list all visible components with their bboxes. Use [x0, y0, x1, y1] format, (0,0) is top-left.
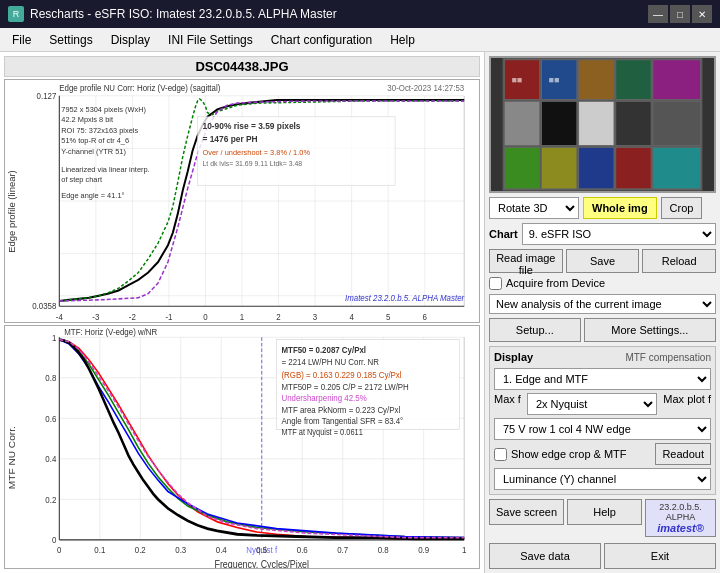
- chart-label: Chart: [489, 228, 518, 240]
- image-buttons-row: Read image file Save Reload: [489, 249, 716, 273]
- more-settings-button[interactable]: More Settings...: [584, 318, 716, 342]
- save-screen-button[interactable]: Save screen: [489, 499, 564, 525]
- minimize-button[interactable]: —: [648, 5, 668, 23]
- svg-rect-112: [653, 101, 701, 145]
- readout-button[interactable]: Readout: [655, 443, 711, 465]
- svg-text:MTF: Horiz (V-edge) w/NR: MTF: Horiz (V-edge) w/NR: [64, 327, 157, 338]
- read-image-button[interactable]: Read image file: [489, 249, 563, 273]
- svg-text:■■: ■■: [549, 75, 560, 85]
- svg-text:Angle from Tangential SFR = 83: Angle from Tangential SFR = 83.4°: [282, 415, 404, 426]
- rotate-select[interactable]: Rotate 3D: [489, 197, 579, 219]
- svg-text:51% top-R of ctr 4_6: 51% top-R of ctr 4_6: [61, 136, 129, 145]
- svg-text:MTF area PkNorm = 0.223 Cy/Pxl: MTF area PkNorm = 0.223 Cy/Pxl: [282, 404, 401, 415]
- svg-text:MTF50 = 0.2087 Cy/Pxl: MTF50 = 0.2087 Cy/Pxl: [282, 345, 367, 356]
- svg-rect-111: [616, 101, 651, 145]
- svg-text:Lt dk lvls= 31.69  9.11  Ltdk=: Lt dk lvls= 31.69 9.11 Ltdk= 3.48: [203, 160, 303, 168]
- title-bar: R Rescharts - eSFR ISO: Imatest 23.2.0.b…: [0, 0, 720, 28]
- svg-text:MTF at Nyquist = 0.0611: MTF at Nyquist = 0.0611: [282, 428, 364, 438]
- whole-img-button[interactable]: Whole img: [583, 197, 657, 219]
- svg-text:Y-channel (YTR 51): Y-channel (YTR 51): [61, 146, 126, 155]
- svg-text:0: 0: [203, 313, 208, 322]
- svg-text:ROI 75: 372x163 pixels: ROI 75: 372x163 pixels: [61, 125, 138, 134]
- acquire-row: Acquire from Device: [489, 277, 716, 290]
- display-header: Display MTF compensation: [494, 351, 711, 363]
- svg-text:3: 3: [313, 313, 318, 322]
- version-panel: 23.2.0.b.5. ALPHA imatest®: [645, 499, 716, 537]
- acquire-checkbox[interactable]: [489, 277, 502, 290]
- chart-select[interactable]: 9. eSFR ISO: [522, 223, 716, 245]
- menu-settings[interactable]: Settings: [41, 31, 100, 49]
- save-data-button[interactable]: Save data: [489, 543, 601, 569]
- svg-text:0: 0: [57, 545, 62, 556]
- lower-chart[interactable]: MTF NU Corr.: [4, 325, 480, 569]
- svg-text:-4: -4: [56, 313, 63, 322]
- svg-rect-113: [504, 147, 539, 189]
- svg-text:Edge angle = 41.1°: Edge angle = 41.1°: [61, 191, 124, 200]
- svg-text:Edge profile (linear): Edge profile (linear): [7, 170, 17, 253]
- maximize-button[interactable]: □: [670, 5, 690, 23]
- reload-button[interactable]: Reload: [642, 249, 716, 273]
- svg-text:0.0358: 0.0358: [32, 302, 57, 311]
- svg-text:1: 1: [52, 332, 57, 343]
- svg-rect-115: [579, 147, 614, 189]
- svg-text:0.4: 0.4: [216, 545, 227, 556]
- svg-text:0.127: 0.127: [37, 92, 57, 101]
- chart-container: Edge profile (linear): [4, 79, 480, 569]
- svg-text:0.9: 0.9: [418, 545, 429, 556]
- channel-select[interactable]: Luminance (Y) channel: [494, 468, 711, 490]
- maxplotf-label: Max plot f: [663, 393, 711, 415]
- svg-text:4: 4: [349, 313, 354, 322]
- svg-text:Linearized via linear interp.: Linearized via linear interp.: [61, 164, 149, 173]
- svg-text:= 2214 LW/PH  NU Corr. NR: = 2214 LW/PH NU Corr. NR: [282, 357, 380, 368]
- svg-text:0.2: 0.2: [45, 494, 56, 505]
- svg-rect-114: [541, 147, 576, 189]
- svg-rect-108: [504, 101, 539, 145]
- help-button[interactable]: Help: [567, 499, 642, 525]
- svg-text:0.4: 0.4: [45, 454, 56, 465]
- show-edge-row: Show edge crop & MTF Readout: [494, 443, 711, 465]
- svg-text:-2: -2: [129, 313, 136, 322]
- menu-help[interactable]: Help: [382, 31, 423, 49]
- show-edge-checkbox[interactable]: [494, 448, 507, 461]
- display-section: Display MTF compensation 1. Edge and MTF…: [489, 346, 716, 495]
- svg-text:0.8: 0.8: [45, 373, 56, 384]
- crop-button[interactable]: Crop: [661, 197, 703, 219]
- maxf-select[interactable]: 2x Nyquist: [527, 393, 657, 415]
- svg-text:MTF50P = 0.205 C/P = 2172 LW/P: MTF50P = 0.205 C/P = 2172 LW/PH: [282, 382, 409, 393]
- imatest-label: imatest®: [648, 522, 713, 534]
- svg-text:42.2 Mpxls  8 bit: 42.2 Mpxls 8 bit: [61, 115, 114, 124]
- svg-text:-3: -3: [92, 313, 99, 322]
- svg-text:1: 1: [462, 545, 467, 556]
- exit-button[interactable]: Exit: [604, 543, 716, 569]
- close-button[interactable]: ✕: [692, 5, 712, 23]
- save-button[interactable]: Save: [566, 249, 640, 273]
- svg-text:0.6: 0.6: [297, 545, 308, 556]
- svg-rect-110: [579, 101, 614, 145]
- display-label: Display: [494, 351, 533, 363]
- rotate-row: Rotate 3D Whole img Crop: [489, 197, 716, 219]
- menu-ini[interactable]: INI File Settings: [160, 31, 261, 49]
- upper-chart[interactable]: Edge profile (linear): [4, 79, 480, 323]
- setup-button[interactable]: Setup...: [489, 318, 581, 342]
- menu-bar: File Settings Display INI File Settings …: [0, 28, 720, 52]
- svg-text:= 1476 per PH: = 1476 per PH: [203, 134, 258, 144]
- svg-text:of step chart: of step chart: [61, 175, 103, 184]
- svg-rect-106: [616, 60, 651, 100]
- preview-image[interactable]: ■■ ■■: [489, 56, 716, 193]
- svg-text:0.2: 0.2: [135, 545, 146, 556]
- menu-display[interactable]: Display: [103, 31, 158, 49]
- display-select[interactable]: 1. Edge and MTF: [494, 368, 711, 390]
- svg-text:0: 0: [52, 535, 57, 546]
- row-col-select[interactable]: 75 V row 1 col 4 NW edge: [494, 418, 711, 440]
- svg-rect-109: [541, 101, 576, 145]
- window-controls[interactable]: — □ ✕: [648, 5, 712, 23]
- svg-text:6: 6: [422, 313, 427, 322]
- maxf-row: Max f 2x Nyquist Max plot f: [494, 393, 711, 415]
- svg-text:Undersharpening 42.5%: Undersharpening 42.5%: [282, 393, 368, 404]
- menu-file[interactable]: File: [4, 31, 39, 49]
- menu-chart-config[interactable]: Chart configuration: [263, 31, 380, 49]
- bottom-buttons: Save screen Help 23.2.0.b.5. ALPHA imate…: [489, 499, 716, 537]
- svg-text:2: 2: [276, 313, 281, 322]
- main-content: DSC04438.JPG Edge profile (linear): [0, 52, 720, 573]
- analysis-select[interactable]: New analysis of the current image: [489, 294, 716, 314]
